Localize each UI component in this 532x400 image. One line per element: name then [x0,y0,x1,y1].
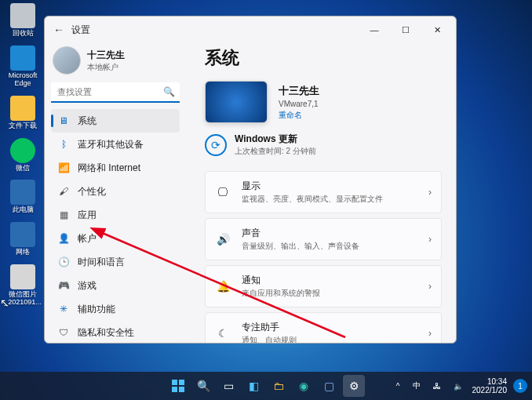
card-sub: 通知、自动规则 [242,335,417,343]
sidebar-item-2[interactable]: 📶网络和 Internet [51,156,180,180]
svg-rect-2 [179,380,184,385]
sidebar-item-6[interactable]: 🕒时间和语言 [51,250,180,274]
minimize-button[interactable]: — [359,19,390,41]
widgets-icon[interactable]: ◧ [242,375,264,397]
device-block: 十三先生 VMware7,1 重命名 [205,81,442,123]
settings-card-2[interactable]: 🔔 通知 来自应用和系统的警报 › [205,265,442,307]
nav-label: 系统 [78,115,97,128]
card-icon: 🔔 [215,280,231,293]
update-title: Windows 更新 [235,133,316,146]
nav-icon: 🛡 [57,326,70,336]
settings-card-1[interactable]: 🔊 声音 音量级别、输出、输入、声音设备 › [205,218,442,260]
taskbar-search-icon[interactable]: 🔍 [192,375,214,397]
search-input[interactable] [51,82,180,103]
desktop-icon-thispc[interactable]: 此电脑 [3,180,42,214]
edge-icon[interactable]: ◉ [293,375,315,397]
tray-volume-icon[interactable]: 🔈 [450,380,466,392]
start-button[interactable] [167,375,189,397]
device-image [205,81,268,123]
desktop-icon-recycle[interactable]: 回收站 [3,3,42,38]
profile-block[interactable]: 十三先生 本地帐户 [51,43,180,82]
profile-sub: 本地帐户 [87,62,125,73]
tray-ime[interactable]: 中 [410,379,424,393]
nav-icon: ✳ [57,303,70,315]
card-title: 声音 [242,227,417,240]
explorer-icon[interactable]: 🗀 [268,375,290,397]
nav-icon: 🎮 [57,279,70,292]
desktop: 回收站 Microsoft Edge 文件下载 微信 此电脑 网络 微信图片_2… [3,3,42,315]
settings-card-0[interactable]: 🖵 显示 监视器、亮度、夜间模式、显示配置文件 › [205,171,442,213]
sidebar-item-7[interactable]: 🎮游戏 [51,274,180,297]
windows-update-block[interactable]: ⟳ Windows 更新 上次检查时间: 2 分钟前 [205,133,442,157]
sidebar-item-8[interactable]: ✳辅助功能 [51,297,180,321]
avatar [53,46,81,75]
card-title: 专注助手 [242,321,417,334]
window-title: 设置 [71,24,90,37]
nav-icon: 👤 [57,232,70,245]
tray-clock[interactable]: 10:34 2022/1/20 [472,377,508,395]
card-title: 通知 [242,274,417,287]
taskbar-center: 🔍 ▭ ◧ 🗀 ◉ ▢ ⚙ [167,375,365,397]
titlebar: ← 设置 — ☐ ✕ [45,16,456,43]
tray-overflow[interactable]: ^ [393,380,403,392]
nav-label: 时间和语言 [78,256,125,269]
card-icon: 🖵 [215,186,231,198]
store-icon[interactable]: ▢ [318,375,340,397]
nav-icon: ▦ [57,209,70,221]
systray: ^ 中 🖧 🔈 10:34 2022/1/20 1 [393,377,527,395]
search-box: 🔍 [51,82,180,103]
sidebar-item-9[interactable]: 🛡隐私和安全性 [51,321,180,336]
nav-label: 网络和 Internet [78,162,140,175]
close-button[interactable]: ✕ [421,19,453,41]
profile-name: 十三先生 [87,49,125,62]
chevron-right-icon: › [428,187,432,198]
nav-label: 蓝牙和其他设备 [78,138,144,151]
taskbar: 🔍 ▭ ◧ 🗀 ◉ ▢ ⚙ ^ 中 🖧 🔈 10:34 2022/1/20 1 [0,372,532,400]
settings-card-3[interactable]: ☾ 专注助手 通知、自动规则 › [205,312,442,343]
settings-icon[interactable]: ⚙ [343,375,365,397]
desktop-icon-wechat[interactable]: 微信 [3,138,42,173]
card-sub: 监视器、亮度、夜间模式、显示配置文件 [242,194,417,205]
nav-label: 游戏 [78,279,97,293]
desktop-icon-network[interactable]: 网络 [3,222,42,256]
tray-network-icon[interactable]: 🖧 [430,380,444,392]
nav-icon: 🖌 [57,185,70,198]
update-sub: 上次检查时间: 2 分钟前 [235,146,316,157]
sidebar-item-3[interactable]: 🖌个性化 [51,180,180,203]
card-icon: ☾ [215,327,231,340]
nav-icon: ᛒ [57,138,70,151]
search-icon[interactable]: 🔍 [163,86,175,97]
desktop-icon-edge[interactable]: Microsoft Edge [3,45,42,88]
sidebar-item-5[interactable]: 👤帐户 [51,227,180,250]
sidebar-item-4[interactable]: ▦应用 [51,203,180,227]
main-panel: 系统 十三先生 VMware7,1 重命名 ⟳ Windows 更新 上次检查时… [186,43,456,343]
card-icon: 🔊 [215,233,231,245]
nav-icon: 📶 [57,162,70,174]
settings-window: ← 设置 — ☐ ✕ 十三先生 本地帐户 🔍 🖥系统ᛒ蓝牙和其他设备📶网络和 I… [44,16,457,344]
desktop-icon-image[interactable]: 微信图片_2021091... [3,264,42,307]
nav-label: 辅助功能 [78,303,115,316]
sidebar-item-1[interactable]: ᛒ蓝牙和其他设备 [51,133,180,156]
desktop-icon-downloads[interactable]: 文件下载 [3,96,42,130]
device-model: VMware7,1 [279,100,319,108]
back-button[interactable]: ← [48,24,70,36]
tray-notification-badge[interactable]: 1 [513,379,527,393]
taskview-icon[interactable]: ▭ [217,375,239,397]
card-title: 显示 [242,180,417,193]
device-rename-link[interactable]: 重命名 [279,110,319,121]
device-name: 十三先生 [279,84,319,98]
sidebar-item-0[interactable]: 🖥系统 [51,109,180,133]
svg-rect-4 [179,387,184,392]
nav-icon: 🖥 [57,115,70,127]
update-icon: ⟳ [205,134,227,156]
card-sub: 音量级别、输出、输入、声音设备 [242,241,417,252]
page-title: 系统 [205,46,442,70]
nav-label: 个性化 [78,185,106,198]
sidebar: 十三先生 本地帐户 🔍 🖥系统ᛒ蓝牙和其他设备📶网络和 Internet🖌个性化… [45,43,186,343]
chevron-right-icon: › [428,281,432,292]
svg-rect-3 [172,387,177,392]
chevron-right-icon: › [428,234,432,245]
nav-icon: 🕒 [57,256,70,268]
svg-rect-1 [172,380,177,385]
maximize-button[interactable]: ☐ [390,19,421,41]
